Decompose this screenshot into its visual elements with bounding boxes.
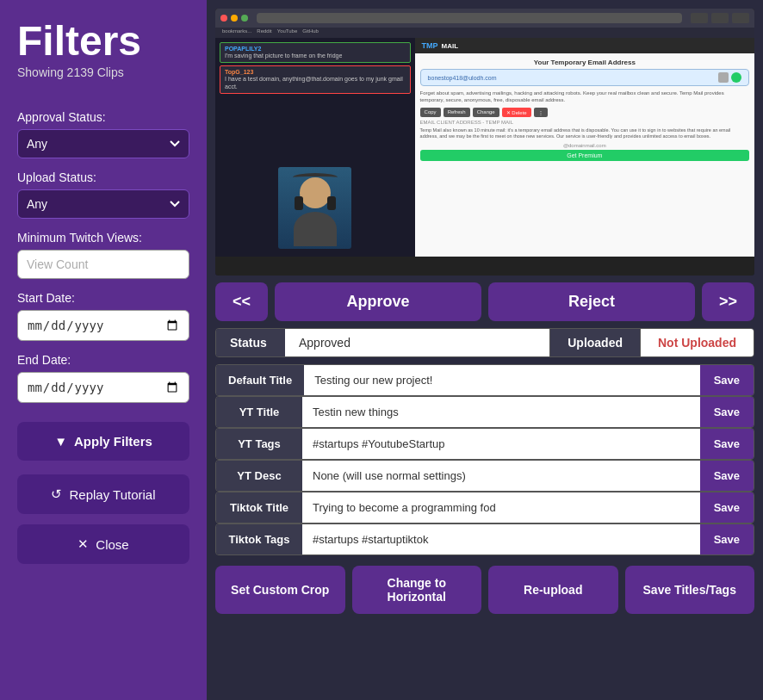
bottom-actions: Set Custom CropChange to HorizontalRe-up… <box>215 566 754 614</box>
field-save-button-4[interactable]: Save <box>700 492 754 523</box>
close-button[interactable]: ✕ Close <box>17 524 189 564</box>
uploaded-status: Uploaded <box>549 329 640 356</box>
start-date-input[interactable] <box>17 310 189 341</box>
field-save-button-0[interactable]: Save <box>700 365 754 395</box>
start-date-label: Start Date: <box>17 291 189 305</box>
upload-status-label: Upload Status: <box>17 170 189 184</box>
prev-button[interactable]: << <box>215 282 268 321</box>
not-uploaded-status: Not Uploaded <box>640 329 754 356</box>
approve-button[interactable]: Approve <box>275 282 481 321</box>
bottom-button-3[interactable]: Save Titles/Tags <box>625 566 755 614</box>
approval-status-select[interactable]: Any Approved Rejected Pending <box>17 129 189 158</box>
field-save-button-5[interactable]: Save <box>700 524 754 554</box>
field-label-4: Tiktok Title <box>216 492 302 523</box>
field-row-1: YT Title Save <box>215 396 754 428</box>
sidebar: Filters Showing 2139 Clips Approval Stat… <box>0 0 207 700</box>
bottom-button-0[interactable]: Set Custom Crop <box>215 566 345 614</box>
field-save-button-3[interactable]: Save <box>700 461 754 491</box>
field-input-2[interactable] <box>302 429 700 459</box>
approval-status-label: Approval Status: <box>17 110 189 124</box>
status-label: Status <box>216 329 285 356</box>
field-label-0: Default Title <box>216 365 304 395</box>
field-label-5: Tiktok Tags <box>216 524 302 554</box>
sidebar-subtitle: Showing 2139 Clips <box>17 65 189 79</box>
field-input-3[interactable] <box>302 461 700 491</box>
field-label-1: YT Title <box>216 397 302 427</box>
field-row-0: Default Title Save <box>215 364 754 396</box>
field-save-button-1[interactable]: Save <box>700 397 754 427</box>
next-button[interactable]: >> <box>702 282 754 321</box>
field-row-4: Tiktok Title Save <box>215 492 754 523</box>
main-content: Clip Review TempMail... + bookmarks... R… <box>207 0 763 700</box>
upload-status-select[interactable]: Any Uploaded Not Uploaded <box>17 189 189 219</box>
views-label: Minimum Twitch Views: <box>17 231 189 245</box>
end-date-label: End Date: <box>17 353 189 367</box>
replay-icon: ↺ <box>51 486 62 502</box>
status-value: Approved <box>285 329 549 356</box>
field-input-0[interactable] <box>304 365 699 395</box>
video-preview: Clip Review TempMail... + bookmarks... R… <box>215 9 754 276</box>
fields-container: Default Title Save YT Title Save YT Tags… <box>215 364 754 555</box>
bottom-button-1[interactable]: Change to Horizontal <box>352 566 482 614</box>
field-input-4[interactable] <box>302 492 700 523</box>
field-label-3: YT Desc <box>216 461 302 491</box>
end-date-input[interactable] <box>17 372 189 403</box>
field-save-button-2[interactable]: Save <box>700 429 754 459</box>
replay-tutorial-button[interactable]: ↺ Replay Tutorial <box>17 474 189 514</box>
views-input[interactable] <box>17 250 189 279</box>
field-row-3: YT Desc Save <box>215 460 754 492</box>
reject-button[interactable]: Reject <box>488 282 695 321</box>
field-row-5: Tiktok Tags Save <box>215 523 754 555</box>
filter-icon: ▼ <box>54 434 67 449</box>
sidebar-title: Filters <box>17 21 189 62</box>
close-icon: ✕ <box>78 536 89 552</box>
field-label-2: YT Tags <box>216 429 302 459</box>
field-input-1[interactable] <box>302 397 700 427</box>
navigation-controls: << Approve Reject >> <box>215 282 754 321</box>
field-input-5[interactable] <box>302 524 700 554</box>
bottom-button-2[interactable]: Re-upload <box>488 566 618 614</box>
field-row-2: YT Tags Save <box>215 428 754 460</box>
status-row: Status Approved Uploaded Not Uploaded <box>215 328 754 357</box>
apply-filters-button[interactable]: ▼ Apply Filters <box>17 422 189 461</box>
